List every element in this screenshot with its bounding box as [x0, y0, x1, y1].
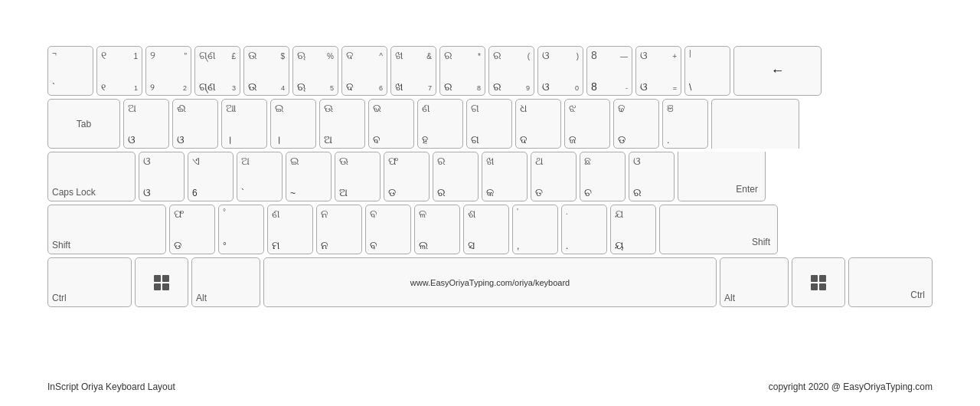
key-backtick[interactable]: ¬ ` [47, 46, 93, 96]
key-v[interactable]: ନ ନ [316, 205, 362, 254]
footer: InScript Oriya Keyboard Layout copyright… [47, 381, 933, 392]
key-s[interactable]: ଏ 6 [188, 152, 234, 201]
key-rbracket[interactable]: ଞ . [662, 99, 708, 149]
key-e[interactable]: ଆ । [221, 99, 267, 149]
key-semicolon[interactable]: ଛ ଚ [580, 152, 626, 201]
key-enter-top[interactable] [711, 99, 799, 149]
key-r[interactable]: ଇ । [270, 99, 316, 149]
key-l[interactable]: ଥ ତ [531, 152, 577, 201]
row-shift: Shift ଫ ଡ ° ° ଣ ମ ନ ନ [47, 205, 933, 254]
keyboard: ¬ ` ୧1 ୧1 ୨" ୨2 ଗ୍ଣ£ ଗ୍ଣ3 ଉ$ ଉ4 [47, 46, 933, 310]
key-u[interactable]: ଣ ହ [417, 99, 463, 149]
footer-right: copyright 2020 @ EasyOriyaTyping.com [769, 381, 933, 392]
key-7[interactable]: ଖ& ଖ7 [390, 46, 436, 96]
key-b[interactable]: ବ ବ [365, 205, 411, 254]
key-x[interactable]: ° ° [218, 205, 264, 254]
key-q[interactable]: ଅ ଓ [123, 99, 169, 149]
key-ctrl-right[interactable]: Ctrl [848, 257, 933, 307]
key-alt-left[interactable]: Alt [191, 257, 260, 307]
key-c[interactable]: ଣ ମ [267, 205, 313, 254]
key-win-right[interactable] [792, 257, 845, 307]
key-n[interactable]: ଳ ଲ [414, 205, 460, 254]
key-a[interactable]: ଓ ଓ [139, 152, 185, 201]
key-tab[interactable]: Tab [47, 99, 120, 149]
key-3[interactable]: ଗ୍ଣ£ ଗ୍ଣ3 [194, 46, 240, 96]
key-slash[interactable]: ଯ ୟ [610, 205, 656, 254]
key-p[interactable]: ଝ ଜ [564, 99, 610, 149]
key-backslash[interactable]: | \ [684, 46, 730, 96]
key-6[interactable]: ଦ^ ଦ6 [341, 46, 387, 96]
key-capslock[interactable]: Caps Lock [47, 152, 136, 201]
key-space[interactable]: www.EasyOriyaTyping.com/oriya/keyboard [263, 257, 717, 307]
key-d[interactable]: ଅ ` [237, 152, 283, 201]
footer-left: InScript Oriya Keyboard Layout [47, 381, 175, 392]
key-w[interactable]: ଈ ଓ [172, 99, 218, 149]
key-equals[interactable]: ଓ+ ଓ= [635, 46, 681, 96]
key-alt-right[interactable]: Alt [720, 257, 789, 307]
key-f[interactable]: ଇ ~ [286, 152, 332, 201]
row-number: ¬ ` ୧1 ୧1 ୨" ୨2 ଗ୍ଣ£ ଗ୍ଣ3 ଉ$ ଉ4 [47, 46, 933, 96]
key-shift-left[interactable]: Shift [47, 205, 166, 254]
row-asdf: Caps Lock ଓ ଓ ଏ 6 ଅ ` ଇ ~ [47, 152, 933, 201]
key-g[interactable]: ଊ ଅ [335, 152, 381, 201]
row-qwerty: Tab ଅ ଓ ଈ ଓ ଆ । ଇ । [47, 99, 933, 149]
key-1[interactable]: ୧1 ୧1 [96, 46, 142, 96]
key-ctrl-left[interactable]: Ctrl [47, 257, 132, 307]
key-4[interactable]: ଉ$ ଉ4 [243, 46, 289, 96]
key-k[interactable]: ଖ କ [482, 152, 528, 201]
key-h[interactable]: ଫ ଡ [384, 152, 430, 201]
key-enter[interactable]: Enter [678, 152, 766, 201]
key-0[interactable]: ଓ) ଓ0 [537, 46, 583, 96]
key-5[interactable]: ଋ% ଋ5 [292, 46, 338, 96]
key-lbracket[interactable]: ଢ ଡ [613, 99, 659, 149]
row-bottom: Ctrl Alt www.EasyOriyaTyping.com/oriya/k… [47, 257, 933, 307]
key-y[interactable]: ଭ ବ [368, 99, 414, 149]
key-m[interactable]: ଶ ସ [463, 205, 509, 254]
key-backspace[interactable]: ← [733, 46, 822, 96]
key-j[interactable]: ର ର [433, 152, 479, 201]
key-minus[interactable]: 8— 8- [586, 46, 632, 96]
key-9[interactable]: ର( ର9 [488, 46, 534, 96]
key-comma[interactable]: ' , [512, 205, 558, 254]
key-2[interactable]: ୨" ୨2 [145, 46, 191, 96]
key-period[interactable]: . . [561, 205, 607, 254]
key-i[interactable]: ଗ ଗ [466, 99, 512, 149]
key-o[interactable]: ଧ ଦ [515, 99, 561, 149]
key-shift-right[interactable]: Shift [659, 205, 778, 254]
key-8[interactable]: ର* ର8 [439, 46, 485, 96]
key-win-left[interactable] [135, 257, 188, 307]
key-z[interactable]: ଫ ଡ [169, 205, 215, 254]
key-apostrophe[interactable]: ଓ ର [629, 152, 675, 201]
key-t[interactable]: ଊ ଅ [319, 99, 365, 149]
